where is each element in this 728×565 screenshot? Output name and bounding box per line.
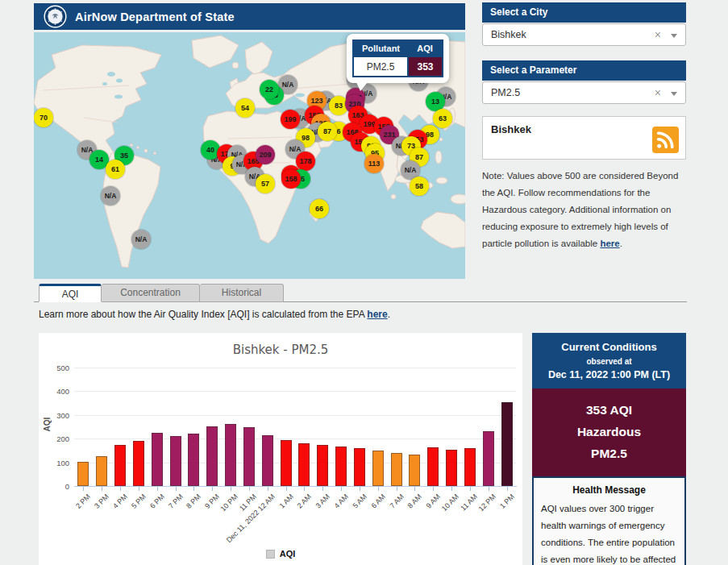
dept-of-state-seal-icon [44, 5, 67, 28]
legend-label: AQI [280, 549, 296, 559]
chart-bar[interactable] [170, 436, 181, 486]
parameter-select[interactable]: PM2.5 × [482, 81, 686, 104]
chart-bar[interactable] [133, 441, 144, 486]
chart-x-tick-label: 10 AM [440, 492, 460, 513]
chart-x-tick-label: 7 AM [388, 492, 406, 510]
chart-bar[interactable] [483, 431, 494, 486]
map-tooltip: Pollutant AQI PM2.5 353 [347, 34, 449, 83]
aqi-marker[interactable]: 178 [296, 152, 315, 171]
sidebar-here-link[interactable]: here [600, 239, 619, 248]
parameter-caret-icon[interactable] [671, 92, 677, 99]
chart-x-tick-label: 4 AM [333, 492, 351, 510]
tab-historical[interactable]: Historical [200, 284, 284, 302]
aqi-marker[interactable]: 58 [410, 177, 429, 196]
chart-bar[interactable] [446, 450, 457, 486]
learn-more-suffix: . [388, 309, 390, 320]
aqi-marker[interactable]: 22 [260, 80, 279, 99]
world-map[interactable]: N/AN/AN/AN/AN/AN/AN/A70143561544322N/A12… [34, 32, 465, 279]
observed-at-date: Dec 11, 2022 1:00 PM (LT) [537, 369, 681, 380]
tab-aqi[interactable]: AQI [39, 284, 102, 302]
aqi-pollutant-line: PM2.5 [532, 442, 686, 464]
aqi-marker[interactable]: 63 [433, 109, 452, 128]
chart-x-tick-label: 1 PM [498, 492, 516, 510]
feed-city-name: Bishkek [491, 123, 531, 135]
chart-bar[interactable] [96, 456, 107, 486]
chart-x-tick-label: 8 PM [185, 492, 203, 510]
aqi-marker[interactable]: N/A [101, 186, 120, 206]
chart-bar[interactable] [225, 424, 236, 486]
chart-x-tick-label: 5 PM [130, 492, 148, 510]
chart-x-tick [304, 487, 305, 491]
chart-bar[interactable] [77, 462, 89, 486]
tooltip-aqi-value: 353 [408, 56, 443, 77]
aqi-marker[interactable]: 87 [318, 122, 337, 141]
chart-y-tick-label: 400 [44, 387, 69, 396]
current-conditions-panel: Current Conditions observed at Dec 11, 2… [532, 333, 686, 565]
tooltip-aqi-header: AQI [408, 40, 443, 56]
chart-bar[interactable] [501, 402, 513, 486]
aqi-marker[interactable]: 66 [310, 199, 329, 218]
chart-bar[interactable] [427, 447, 439, 486]
aqi-marker[interactable]: 61 [106, 160, 125, 179]
aqi-marker[interactable]: 70 [34, 108, 53, 127]
chart-x-tick [414, 487, 415, 491]
aqi-value-line: 353 AQI [532, 399, 686, 421]
parameter-clear-icon[interactable]: × [655, 82, 661, 103]
chart-x-tick [231, 487, 231, 491]
city-clear-icon[interactable]: × [655, 24, 661, 45]
city-select-value: Bishkek [491, 29, 526, 40]
sidebar-note-prefix: Note: Values above 500 are considered Be… [482, 171, 678, 248]
chart-bar[interactable] [354, 448, 365, 486]
chart-bar[interactable] [409, 455, 420, 486]
aqi-marker[interactable]: 158 [281, 169, 301, 189]
rss-feed-icon[interactable] [652, 127, 679, 153]
chart-bar[interactable] [298, 443, 310, 486]
city-caret-icon[interactable] [671, 34, 677, 41]
city-feed-card: Bishkek [482, 116, 686, 160]
aqi-marker[interactable]: 113 [364, 154, 384, 173]
chart-x-tick-label: 12 PM [476, 492, 497, 513]
chart-bar[interactable] [262, 435, 273, 486]
aqi-marker[interactable]: 209 [256, 145, 275, 164]
chart-x-tick-label: 2 PM [75, 492, 93, 510]
chart-x-tick [157, 487, 158, 491]
chart-x-axis [74, 486, 517, 487]
sidebar-note-suffix: . [620, 239, 622, 248]
tab-concentration[interactable]: Concentration [102, 284, 200, 302]
chart-bar[interactable] [464, 448, 476, 486]
chart-legend: AQI [39, 549, 522, 559]
chart-bar[interactable] [152, 433, 163, 486]
current-conditions-title: Current Conditions [537, 341, 681, 353]
chart-x-tick [102, 487, 102, 491]
chart-x-tick [360, 487, 360, 491]
chart-y-tick-label: 100 [44, 459, 69, 467]
aqi-marker[interactable]: 54 [235, 98, 255, 118]
chart-x-tick-label: 6 AM [369, 492, 387, 510]
health-message-text: AQI values over 300 trigger health warni… [541, 501, 677, 565]
chart-bar[interactable] [188, 434, 199, 486]
chart-gridline [74, 415, 516, 416]
sidebar: Select a City Bishkek × Select a Paramet… [482, 2, 686, 252]
chart-bar[interactable] [391, 453, 402, 486]
chart-x-tick [193, 487, 194, 491]
chart-bar[interactable] [335, 447, 347, 486]
airnow-dos-page: AirNow Department of State [0, 0, 728, 565]
city-select[interactable]: Bishkek × [482, 23, 686, 46]
chart-bar[interactable] [206, 426, 218, 486]
app-header: AirNow Department of State [34, 3, 465, 30]
aqi-marker[interactable]: 57 [256, 174, 275, 193]
current-conditions-header: Current Conditions observed at Dec 11, 2… [532, 333, 686, 388]
learn-more-text: Learn more about how the Air Quality Ind… [39, 309, 390, 320]
aqi-marker[interactable]: N/A [131, 230, 151, 249]
chart-x-tick [268, 487, 268, 491]
chart-title: Bishkek - PM2.5 [39, 343, 522, 357]
chart-bar[interactable] [317, 445, 328, 486]
chart-x-tick [139, 487, 139, 491]
epa-here-link[interactable]: here [367, 309, 387, 320]
chart-bar[interactable] [281, 440, 292, 486]
chart-bar[interactable] [372, 451, 384, 486]
chart-x-tick [286, 487, 287, 491]
aqi-marker[interactable]: 199 [281, 110, 300, 129]
chart-bar[interactable] [114, 445, 126, 486]
chart-bar[interactable] [243, 427, 255, 486]
